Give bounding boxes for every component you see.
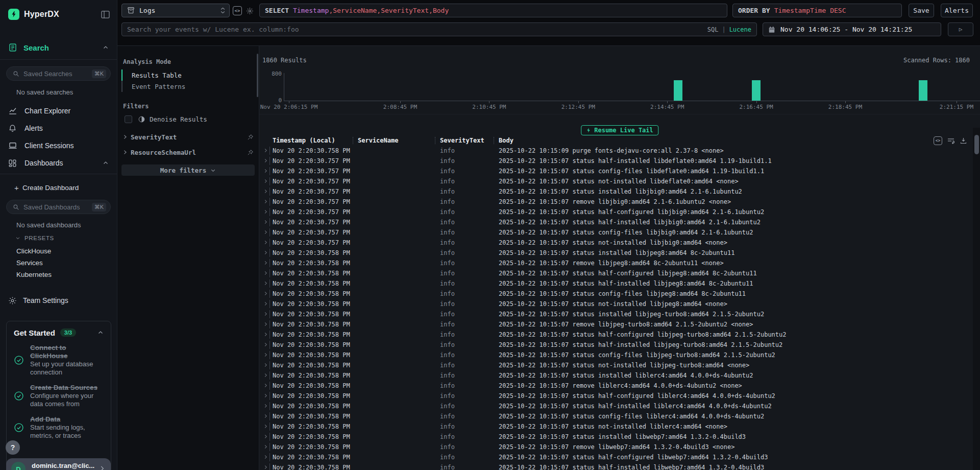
table-row[interactable]: Nov 20 2:20:30.758 PM info 2025-10-22 10… bbox=[259, 432, 973, 442]
expand-row-icon[interactable] bbox=[263, 186, 273, 197]
source-select[interactable]: Logs bbox=[121, 4, 230, 17]
saved-dashboards-field[interactable] bbox=[23, 203, 92, 211]
expand-row-icon[interactable] bbox=[263, 238, 273, 248]
chevron-up-icon[interactable] bbox=[97, 330, 104, 336]
table-row[interactable]: Nov 20 2:20:30.758 PM info 2025-10-22 10… bbox=[259, 462, 973, 470]
sql-mode-icon[interactable]: <> bbox=[233, 6, 242, 15]
pin-icon[interactable] bbox=[247, 134, 254, 140]
get-started-step-add-data[interactable]: Add Data Start sending logs, metrics, or… bbox=[14, 415, 104, 440]
expand-row-icon[interactable] bbox=[263, 401, 273, 411]
table-row[interactable]: Nov 20 2:20:30.758 PM info 2025-10-22 10… bbox=[259, 319, 973, 330]
scrollbar-track[interactable] bbox=[973, 128, 980, 470]
chevron-up-icon[interactable] bbox=[103, 160, 109, 166]
more-filters-button[interactable]: More filters bbox=[121, 165, 255, 176]
expand-row-icon[interactable] bbox=[263, 278, 273, 289]
order-by-input[interactable]: ORDER BY TimestampTime DESC bbox=[732, 4, 902, 17]
sidebar-item-team-settings[interactable]: Team Settings bbox=[8, 295, 109, 306]
mode-event-patterns[interactable]: Event Patterns bbox=[121, 81, 254, 92]
table-row[interactable]: Nov 20 2:20:30.758 PM info 2025-10-22 10… bbox=[259, 340, 973, 350]
column-header-servicename[interactable]: ServiceName bbox=[358, 136, 440, 146]
table-row[interactable]: Nov 20 2:20:30.758 PM info 2025-10-22 10… bbox=[259, 330, 973, 340]
chart-bar[interactable] bbox=[752, 80, 761, 101]
get-started-step-sources[interactable]: Create Data Sources Configure where your… bbox=[14, 384, 104, 408]
table-row[interactable]: Nov 20 2:20:30.758 PM info 2025-10-22 10… bbox=[259, 421, 973, 432]
table-row[interactable]: Nov 20 2:20:30.758 PM info 2025-10-22 10… bbox=[259, 381, 973, 391]
expand-row-icon[interactable] bbox=[263, 360, 273, 370]
select-clause-input[interactable]: SELECT Timestamp,ServiceName,SeverityTex… bbox=[259, 4, 727, 17]
chevron-up-icon[interactable] bbox=[103, 44, 109, 51]
expand-row-icon[interactable] bbox=[263, 350, 273, 360]
expand-row-icon[interactable] bbox=[263, 309, 273, 319]
expand-row-icon[interactable] bbox=[263, 299, 273, 309]
table-row[interactable]: Nov 20 2:20:30.757 PM info 2025-10-22 10… bbox=[259, 156, 973, 166]
sidebar-item-services[interactable]: Services bbox=[16, 257, 117, 269]
column-header-body[interactable]: Body bbox=[499, 136, 973, 146]
presets-section[interactable]: PRESETS bbox=[15, 234, 117, 242]
table-row[interactable]: Nov 20 2:20:30.758 PM info 2025-10-22 10… bbox=[259, 452, 973, 462]
mode-results-table[interactable]: Results Table bbox=[121, 69, 254, 81]
expand-row-icon[interactable] bbox=[263, 258, 273, 268]
filter-group-severitytext[interactable]: SeverityText bbox=[122, 132, 254, 142]
expand-row-icon[interactable] bbox=[263, 146, 273, 156]
table-row[interactable]: Nov 20 2:20:30.758 PM info 2025-10-22 10… bbox=[259, 401, 973, 411]
scrollbar-thumb[interactable] bbox=[974, 135, 979, 154]
denoise-results-toggle[interactable]: Denoise Results bbox=[125, 115, 207, 123]
get-started-header[interactable]: Get Started 3/3 bbox=[14, 327, 104, 338]
table-row[interactable]: Nov 20 2:20:30.757 PM info 2025-10-22 10… bbox=[259, 227, 973, 238]
saved-dashboards-input[interactable]: ⌘K bbox=[6, 200, 111, 214]
user-account-button[interactable]: D dominic.tran@clic... dominic.tran@clic… bbox=[6, 458, 111, 470]
filter-group-resourceschemaurl[interactable]: ResourceSchemaUrl bbox=[122, 147, 254, 157]
expand-row-icon[interactable] bbox=[263, 370, 273, 381]
sidebar-item-alerts[interactable]: Alerts bbox=[8, 123, 109, 134]
get-started-step-connect[interactable]: Connect to ClickHouse Set up your databa… bbox=[14, 344, 104, 377]
sidebar-item-clickhouse[interactable]: ClickHouse bbox=[16, 245, 117, 257]
denoise-checkbox[interactable] bbox=[125, 115, 132, 123]
expand-row-icon[interactable] bbox=[263, 197, 273, 207]
expand-row-icon[interactable] bbox=[263, 391, 273, 401]
expand-row-icon[interactable] bbox=[263, 319, 273, 330]
table-row[interactable]: Nov 20 2:20:30.758 PM info 2025-10-22 10… bbox=[259, 268, 973, 278]
table-row[interactable]: Nov 20 2:20:30.758 PM info 2025-10-22 10… bbox=[259, 309, 973, 319]
expand-row-icon[interactable] bbox=[263, 442, 273, 452]
expand-row-icon[interactable] bbox=[263, 248, 273, 258]
expand-row-icon[interactable] bbox=[263, 217, 273, 227]
panel-scrollbar[interactable] bbox=[257, 54, 258, 97]
pin-icon[interactable] bbox=[247, 149, 254, 156]
sidebar-collapse-icon[interactable] bbox=[101, 11, 110, 18]
table-row[interactable]: Nov 20 2:20:30.758 PM info 2025-10-22 10… bbox=[259, 391, 973, 401]
sidebar-item-chart-explorer[interactable]: Chart Explorer bbox=[8, 105, 109, 116]
column-config-icon[interactable]: <> bbox=[934, 136, 942, 145]
run-query-button[interactable]: ▷ bbox=[948, 22, 973, 36]
table-row[interactable]: Nov 20 2:20:30.757 PM info 2025-10-22 10… bbox=[259, 176, 973, 186]
lucene-search-field[interactable] bbox=[127, 26, 703, 33]
table-row[interactable]: Nov 20 2:20:30.758 PM info 2025-10-22 10… bbox=[259, 370, 973, 381]
table-row[interactable]: Nov 20 2:20:30.757 PM info 2025-10-22 10… bbox=[259, 217, 973, 227]
expand-row-icon[interactable] bbox=[263, 452, 273, 462]
sidebar-item-client-sessions[interactable]: Client Sessions bbox=[8, 140, 109, 151]
column-header-severitytext[interactable]: SeverityText bbox=[440, 136, 499, 146]
download-icon[interactable] bbox=[960, 137, 967, 145]
resume-live-tail-button[interactable]: Resume Live Tail bbox=[581, 125, 658, 135]
expand-row-icon[interactable] bbox=[263, 289, 273, 299]
expand-row-icon[interactable] bbox=[263, 340, 273, 350]
expand-row-icon[interactable] bbox=[263, 227, 273, 238]
column-header-timestamp[interactable]: Timestamp (Local) bbox=[273, 136, 358, 146]
table-row[interactable]: Nov 20 2:20:30.758 PM info 2025-10-22 10… bbox=[259, 289, 973, 299]
save-button[interactable]: Save bbox=[909, 4, 934, 17]
table-row[interactable]: Nov 20 2:20:30.757 PM info 2025-10-22 10… bbox=[259, 207, 973, 217]
table-row[interactable]: Nov 20 2:20:30.757 PM info 2025-10-22 10… bbox=[259, 166, 973, 176]
table-row[interactable]: Nov 20 2:20:30.758 PM info 2025-10-22 10… bbox=[259, 411, 973, 421]
wrap-lines-icon[interactable] bbox=[947, 137, 955, 145]
event-search-input[interactable]: SQL | Lucene bbox=[121, 22, 757, 36]
expand-row-icon[interactable] bbox=[263, 411, 273, 421]
sidebar-item-dashboards[interactable]: Dashboards bbox=[8, 157, 109, 169]
saved-searches-input[interactable]: ⌘K bbox=[6, 66, 111, 81]
table-row[interactable]: Nov 20 2:20:30.758 PM info 2025-10-22 10… bbox=[259, 350, 973, 360]
table-row[interactable]: Nov 20 2:20:30.758 PM info 2025-10-22 10… bbox=[259, 442, 973, 452]
table-row[interactable]: Nov 20 2:20:30.757 PM info 2025-10-22 10… bbox=[259, 238, 973, 248]
alerts-button[interactable]: Alerts bbox=[941, 4, 973, 17]
expand-row-icon[interactable] bbox=[263, 176, 273, 186]
table-row[interactable]: Nov 20 2:20:30.757 PM info 2025-10-22 10… bbox=[259, 186, 973, 197]
table-row[interactable]: Nov 20 2:20:30.758 PM info 2025-10-22 10… bbox=[259, 299, 973, 309]
sidebar-item-kubernetes[interactable]: Kubernetes bbox=[16, 269, 117, 280]
